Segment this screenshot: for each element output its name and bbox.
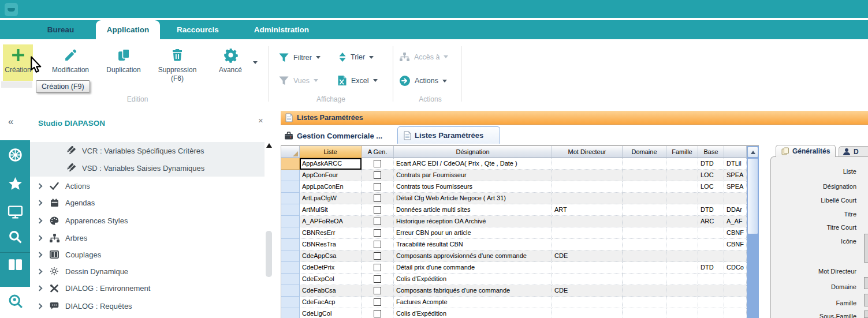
cell-Base[interactable] [698, 239, 724, 250]
grid-scrollbar[interactable] [747, 146, 759, 318]
cell-Désignation[interactable]: Colis d'Expédition [394, 274, 552, 285]
cell-Mot Directeur[interactable] [552, 216, 623, 227]
cell-A Gen.[interactable] [362, 216, 394, 227]
cell-extra[interactable] [724, 285, 747, 297]
field-edge[interactable] [864, 234, 868, 263]
cell-Liste[interactable]: ArtLpaCfgW [300, 193, 362, 204]
chevron-down-icon[interactable] [316, 56, 321, 59]
column-header-Famille[interactable]: Famille [666, 146, 698, 158]
cell-Désignation[interactable]: Composants approvisionnés d'une commande [394, 250, 552, 262]
cell-Base[interactable]: DTD [698, 158, 724, 170]
cell-A Gen.[interactable] [362, 239, 394, 250]
cell-extra[interactable] [724, 193, 747, 204]
cell-Mot Directeur[interactable] [552, 239, 623, 250]
cell-extra[interactable]: CBNF [724, 239, 747, 250]
cell-A Gen.[interactable] [362, 204, 394, 216]
cell-extra[interactable]: CBNF [724, 227, 747, 239]
chevron-down-icon[interactable] [373, 79, 378, 82]
cell-Liste[interactable]: CdeExpCol [300, 274, 362, 285]
cell-Domaine[interactable] [623, 274, 666, 285]
column-header-corner[interactable] [724, 146, 747, 158]
cell-Désignation[interactable]: Ecart ARC EDI / CdeOA( Prix , Qte , Date… [394, 158, 552, 170]
row-selector[interactable] [281, 216, 300, 227]
cell-Base[interactable] [698, 250, 724, 262]
cell-Désignation[interactable]: Détail prix d'une commande [394, 262, 552, 274]
duplication-button[interactable]: Duplication [99, 44, 148, 74]
cell-Liste[interactable]: CdeDetPrix [300, 262, 362, 274]
row-selector[interactable] [281, 308, 300, 318]
acces-a-button[interactable]: Accès à [399, 52, 448, 62]
cell-Liste[interactable]: CdeAppCsa [300, 250, 362, 262]
tab-bureau[interactable]: Bureau [23, 20, 98, 39]
column-header-Mot Directeur[interactable]: Mot Directeur [552, 146, 623, 158]
cell-A Gen.[interactable] [362, 274, 394, 285]
checkbox[interactable] [374, 241, 381, 248]
cell-Domaine[interactable] [623, 181, 666, 193]
column-header-corner[interactable] [281, 146, 300, 158]
cell-Désignation[interactable]: Tracabilité résultat CBN [394, 239, 552, 250]
cell-Domaine[interactable] [623, 204, 666, 216]
doc-tab-gestion-commerciale[interactable]: Gestion Commerciale ... [284, 128, 382, 143]
checkbox[interactable] [374, 171, 381, 179]
cell-Mot Directeur[interactable]: CDE [552, 285, 623, 297]
cell-Domaine[interactable] [623, 216, 666, 227]
cell-extra[interactable] [724, 297, 747, 308]
column-header-Base[interactable]: Base [698, 146, 724, 158]
sidebar-collapse-button[interactable]: « [8, 116, 13, 128]
cell-extra[interactable]: SPEA [724, 181, 747, 193]
cell-A Gen.[interactable] [362, 170, 394, 181]
cell-Mot Directeur[interactable]: ART [552, 204, 623, 216]
cell-Famille[interactable] [666, 227, 698, 239]
search-icon[interactable] [0, 230, 30, 244]
column-header-Désignation[interactable]: Désignation [394, 146, 552, 158]
tree-scroll-up-icon[interactable] [266, 143, 272, 148]
cell-Désignation[interactable]: Historique réception OA Archivé [394, 216, 552, 227]
cell-Désignation[interactable]: Contrats tous Fournisseurs [394, 181, 552, 193]
suppression-button[interactable]: Suppression (F6) [150, 44, 204, 83]
checkbox[interactable] [374, 275, 381, 283]
cell-A Gen.[interactable] [362, 181, 394, 193]
checkbox[interactable] [374, 194, 381, 202]
cell-Désignation[interactable]: Composants fabriqués d'une commande [394, 285, 552, 297]
cell-Famille[interactable] [666, 181, 698, 193]
row-selector[interactable] [281, 170, 300, 181]
cell-Domaine[interactable] [623, 262, 666, 274]
cell-Domaine[interactable] [623, 227, 666, 239]
cell-Liste[interactable]: CBNResTra [300, 239, 362, 250]
tab-generalites[interactable]: Généralités [776, 145, 836, 157]
cell-A Gen.[interactable] [362, 297, 394, 308]
tab-raccourcis[interactable]: Raccourcis [165, 20, 231, 39]
tab-second[interactable]: D [839, 146, 868, 157]
checkbox[interactable] [374, 206, 381, 214]
checkbox[interactable] [374, 183, 381, 190]
checkbox[interactable] [374, 310, 381, 317]
cell-Liste[interactable]: AppConFour [300, 170, 362, 181]
sidebar-close-button[interactable]: × [258, 115, 263, 125]
cell-Famille[interactable] [666, 285, 698, 297]
cell-Base[interactable]: ARC [698, 216, 724, 227]
cell-Domaine[interactable] [623, 170, 666, 181]
checkbox[interactable] [374, 252, 381, 260]
cell-Domaine[interactable] [623, 308, 666, 318]
cell-Désignation[interactable]: Données article multi sites [394, 204, 552, 216]
tree-item[interactable]: Couplages [30, 246, 265, 263]
cell-Base[interactable] [698, 193, 724, 204]
tab-administration[interactable]: Administration [243, 20, 321, 39]
split-icon[interactable] [0, 259, 30, 271]
field-edge[interactable] [864, 294, 868, 306]
cell-A Gen.[interactable] [362, 227, 394, 239]
cell-Famille[interactable] [666, 297, 698, 308]
column-header-Domaine[interactable]: Domaine [623, 146, 666, 158]
cell-extra[interactable]: DTLil [724, 158, 747, 170]
cell-Liste[interactable]: AppLpaConEn [300, 181, 362, 193]
app-logo-icon[interactable] [5, 3, 18, 16]
row-selector[interactable] [281, 285, 300, 297]
checkbox[interactable] [374, 160, 381, 167]
cell-Famille[interactable] [666, 158, 698, 170]
row-selector[interactable] [281, 181, 300, 193]
cell-Mot Directeur[interactable] [552, 274, 623, 285]
cell-Base[interactable]: DTD [698, 204, 724, 216]
cell-Famille[interactable] [666, 274, 698, 285]
checkbox[interactable] [374, 218, 381, 225]
cell-Famille[interactable] [666, 170, 698, 181]
